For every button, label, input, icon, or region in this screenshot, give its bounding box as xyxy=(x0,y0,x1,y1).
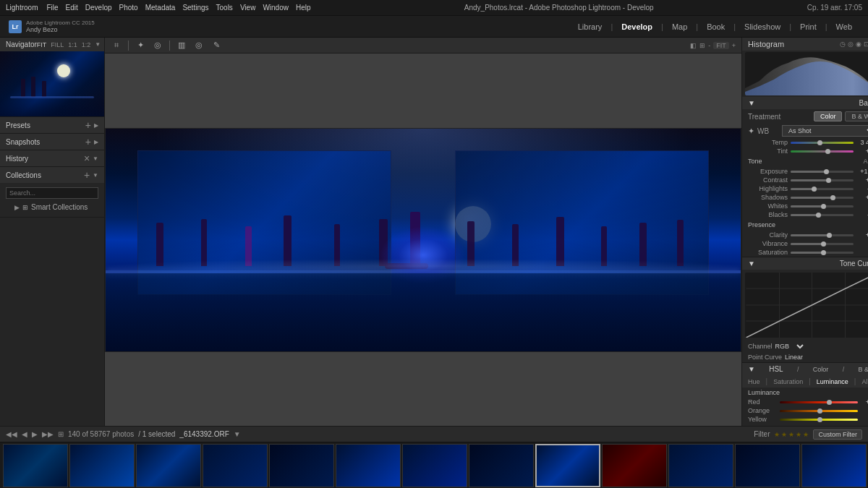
navigator-preview[interactable] xyxy=(0,51,104,116)
module-map[interactable]: Map xyxy=(665,20,694,33)
vibrance-slider[interactable] xyxy=(791,243,854,245)
menu-help[interactable]: Help xyxy=(296,4,311,12)
menu-develop[interactable]: Develop xyxy=(85,4,112,12)
main-photo[interactable] xyxy=(105,128,741,352)
menu-settings[interactable]: Settings xyxy=(182,4,208,12)
auto-btn[interactable]: Auto xyxy=(863,158,868,165)
before-after-icon[interactable]: ◧ xyxy=(690,42,697,49)
crop-tool[interactable]: ⌗ xyxy=(111,40,122,51)
hsl-color-tab[interactable]: Color xyxy=(813,366,829,373)
hist-icon-2[interactable]: ◎ xyxy=(848,40,854,48)
star-1[interactable]: ★ xyxy=(774,431,780,438)
film-thumb-11[interactable] xyxy=(668,444,733,487)
hsl-hue-tab[interactable]: Hue xyxy=(748,378,760,385)
presets-add[interactable]: + xyxy=(85,120,91,130)
film-thumb-12[interactable] xyxy=(735,444,800,487)
zoom-in[interactable]: + xyxy=(732,42,736,49)
star-5[interactable]: ★ xyxy=(803,431,809,438)
smart-collections-item[interactable]: ▶ ⊞ Smart Collections xyxy=(12,202,93,213)
film-thumb-2[interactable] xyxy=(69,444,135,487)
channel-select[interactable]: RGB Red Green Blue xyxy=(773,342,806,351)
highlights-slider[interactable] xyxy=(791,188,854,190)
red-slider[interactable] xyxy=(780,401,858,403)
treatment-color[interactable]: Color xyxy=(814,111,843,121)
film-thumb-3[interactable] xyxy=(136,444,201,487)
film-thumb-8[interactable] xyxy=(469,444,534,487)
zoom-out[interactable]: - xyxy=(708,42,710,49)
presets-header[interactable]: Presets + ▶ xyxy=(0,117,104,133)
film-thumb-1[interactable] xyxy=(3,444,68,487)
collections-search[interactable] xyxy=(6,187,98,199)
orange-slider[interactable] xyxy=(780,410,858,412)
treatment-bw[interactable]: B & W xyxy=(845,111,868,121)
collections-header[interactable]: Collections + ▼ xyxy=(0,167,104,183)
zoom-1-2[interactable]: 1:2 xyxy=(82,41,91,48)
contrast-slider[interactable] xyxy=(791,179,854,181)
redeye-tool[interactable]: ◎ xyxy=(152,40,163,51)
app-menu-lightroom[interactable]: Lightroom xyxy=(6,4,38,12)
filename-arrow[interactable]: ▼ xyxy=(234,430,241,438)
tint-slider[interactable] xyxy=(791,150,854,153)
nav-next-icon[interactable]: ▶ xyxy=(32,430,38,438)
view-options[interactable]: ⊞ xyxy=(699,42,705,49)
yellow-slider[interactable] xyxy=(780,419,858,421)
collections-add[interactable]: + xyxy=(84,170,90,180)
navigator-header[interactable]: Navigator FIT FILL 1:1 1:2 ▼ xyxy=(0,38,104,51)
menu-photo[interactable]: Photo xyxy=(119,4,138,12)
wb-select[interactable]: As Shot Auto Daylight Cloudy Custom xyxy=(782,125,868,137)
module-slideshow[interactable]: Slideshow xyxy=(737,20,788,33)
whites-slider[interactable] xyxy=(791,205,854,207)
zoom-level[interactable]: FIT xyxy=(713,42,729,49)
film-thumb-selected[interactable] xyxy=(535,444,600,487)
nav-prev-icon[interactable]: ◀ xyxy=(22,430,27,438)
film-thumb-13[interactable] xyxy=(801,444,867,487)
film-thumb-6[interactable] xyxy=(336,444,401,487)
zoom-fit[interactable]: FIT xyxy=(37,41,47,48)
tone-curve-header[interactable]: ▼ Tone Curve xyxy=(742,257,868,270)
film-thumb-7[interactable] xyxy=(402,444,467,487)
eyedropper-icon[interactable]: ✦ xyxy=(748,127,754,136)
saturation-slider[interactable] xyxy=(791,252,854,254)
temp-slider[interactable] xyxy=(791,142,854,144)
film-thumb-10[interactable] xyxy=(602,444,667,487)
history-header[interactable]: History × ▼ xyxy=(0,150,104,166)
clarity-slider[interactable] xyxy=(791,234,854,236)
star-2[interactable]: ★ xyxy=(781,431,787,438)
shadows-slider[interactable] xyxy=(791,197,854,199)
radial-tool[interactable]: ◎ xyxy=(193,40,205,51)
film-thumb-4[interactable] xyxy=(203,444,268,487)
menu-window[interactable]: Window xyxy=(263,4,289,12)
healing-tool[interactable]: ✦ xyxy=(135,40,146,51)
blacks-slider[interactable] xyxy=(791,214,854,216)
custom-filter-btn[interactable]: Custom Filter xyxy=(813,429,862,440)
hsl-all-tab[interactable]: All xyxy=(861,378,868,385)
basic-header[interactable]: ▼ Basic xyxy=(742,97,868,109)
zoom-fill[interactable]: FILL xyxy=(51,41,64,48)
nav-right-icon[interactable]: ▶▶ xyxy=(42,430,54,438)
menu-metadata[interactable]: Metadata xyxy=(145,4,176,12)
star-3[interactable]: ★ xyxy=(788,431,794,438)
film-thumb-5[interactable] xyxy=(269,444,334,487)
hsl-luminance-tab[interactable]: Luminance xyxy=(817,378,848,385)
menu-edit[interactable]: Edit xyxy=(66,4,78,12)
snapshots-header[interactable]: Snapshots + ▶ xyxy=(0,134,104,150)
exposure-slider[interactable] xyxy=(791,171,854,173)
menu-file[interactable]: File xyxy=(46,4,58,12)
hist-icon-4[interactable]: ⊡ xyxy=(864,40,868,48)
module-library[interactable]: Library xyxy=(571,20,610,33)
snapshots-add[interactable]: + xyxy=(85,137,91,147)
hsl-header-main[interactable]: ▼ HSL / Color / B & W xyxy=(742,363,868,375)
hsl-bw-tab[interactable]: B & W xyxy=(858,366,868,373)
zoom-1-1[interactable]: 1:1 xyxy=(68,41,77,48)
hist-icon-3[interactable]: ◉ xyxy=(856,40,861,48)
module-develop[interactable]: Develop xyxy=(614,20,660,33)
tone-curve-graph[interactable] xyxy=(745,273,868,338)
menu-tools[interactable]: Tools xyxy=(216,4,233,12)
module-web[interactable]: Web xyxy=(829,20,859,33)
module-print[interactable]: Print xyxy=(793,20,824,33)
menu-view[interactable]: View xyxy=(240,4,256,12)
hist-icon-1[interactable]: ◷ xyxy=(840,40,846,48)
gradient-tool[interactable]: ▥ xyxy=(176,40,187,51)
module-book[interactable]: Book xyxy=(699,20,732,33)
star-4[interactable]: ★ xyxy=(796,431,801,438)
